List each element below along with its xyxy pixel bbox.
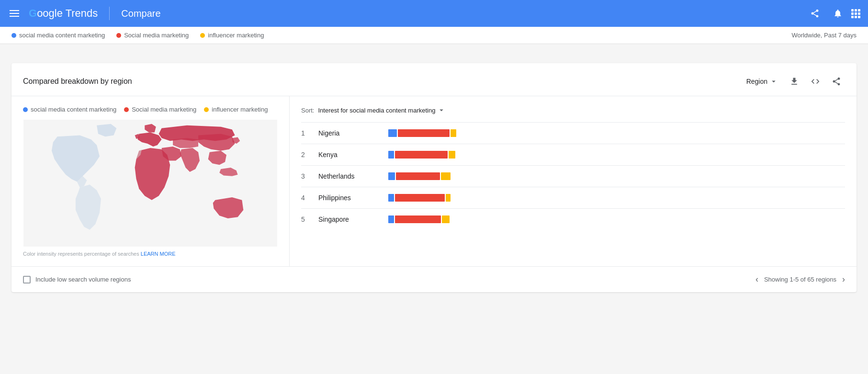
table-row: 3Netherlands bbox=[301, 165, 845, 187]
legend-bar: social media content marketing Social me… bbox=[0, 27, 868, 44]
rankings-container: 1Nigeria2Kenya3Netherlands4Philippines5S… bbox=[301, 122, 845, 230]
table-row: 4Philippines bbox=[301, 187, 845, 208]
showing-text: Showing 1-5 of 65 regions bbox=[764, 276, 836, 283]
scope-text: Worldwide, Past 7 days bbox=[791, 32, 857, 39]
bar-segment bbox=[396, 172, 440, 180]
map-dot-1 bbox=[23, 107, 28, 112]
card-actions: Region bbox=[743, 73, 845, 90]
map-area: social media content marketing Social me… bbox=[11, 96, 289, 266]
bar-segment bbox=[388, 215, 394, 223]
world-map bbox=[23, 121, 278, 245]
menu-icon[interactable] bbox=[8, 8, 21, 19]
grid-icon[interactable] bbox=[851, 9, 860, 18]
rank-number: 5 bbox=[301, 215, 311, 223]
legend-item-2: Social media marketing bbox=[116, 32, 189, 39]
page-title: Compare bbox=[121, 8, 160, 19]
bar-container bbox=[388, 151, 845, 159]
bar-segment bbox=[451, 129, 456, 137]
sort-selector[interactable]: Interest for social media content market… bbox=[318, 106, 446, 114]
card-body: social media content marketing Social me… bbox=[11, 96, 857, 266]
next-page-button[interactable]: › bbox=[842, 274, 845, 284]
table-row: 1Nigeria bbox=[301, 122, 845, 144]
bar-segment bbox=[388, 129, 397, 137]
map-legend-item-1: social media content marketing bbox=[23, 106, 116, 113]
pagination-info: ‹ Showing 1-5 of 65 regions › bbox=[755, 274, 845, 284]
top-spacer bbox=[0, 44, 868, 63]
learn-more-link[interactable]: LEARN MORE bbox=[141, 251, 176, 257]
sort-value: Interest for social media content market… bbox=[318, 107, 435, 114]
map-legend-row: social media content marketing Social me… bbox=[23, 106, 278, 113]
download-button[interactable] bbox=[786, 73, 803, 90]
map-legend-item-3: influencer marketing bbox=[204, 106, 268, 113]
map-legend-label-3: influencer marketing bbox=[212, 106, 268, 113]
sort-label: Sort: bbox=[301, 107, 314, 114]
sort-row: Sort: Interest for social media content … bbox=[301, 102, 845, 118]
bar-container bbox=[388, 172, 845, 180]
bar-segment bbox=[442, 215, 450, 223]
legend-dot-3 bbox=[200, 33, 205, 38]
header-actions bbox=[805, 4, 860, 23]
low-volume-label: Include low search volume regions bbox=[35, 276, 131, 283]
rank-number: 3 bbox=[301, 172, 311, 180]
bar-segment bbox=[398, 129, 450, 137]
legend-dot-2 bbox=[116, 33, 121, 38]
rank-country-name: Philippines bbox=[318, 194, 381, 202]
legend-label-3: influencer marketing bbox=[208, 32, 264, 39]
bar-segment bbox=[449, 151, 455, 159]
bar-segment bbox=[446, 194, 451, 202]
rank-country-name: Netherlands bbox=[318, 172, 381, 180]
bar-container bbox=[388, 194, 845, 202]
share-card-button[interactable] bbox=[828, 73, 845, 90]
bar-segment bbox=[388, 194, 394, 202]
legend-dot-1 bbox=[11, 33, 16, 38]
rank-country-name: Nigeria bbox=[318, 129, 381, 137]
card-header: Compared breakdown by region Region bbox=[11, 63, 857, 96]
map-legend-item-2: Social media marketing bbox=[124, 106, 196, 113]
logo-text: Google Trends bbox=[29, 7, 98, 20]
embed-button[interactable] bbox=[807, 73, 824, 90]
map-legend-label-1: social media content marketing bbox=[31, 106, 116, 113]
rank-number: 1 bbox=[301, 129, 311, 137]
legend-item-1: social media content marketing bbox=[11, 32, 105, 39]
bar-segment bbox=[441, 172, 451, 180]
rank-country-name: Singapore bbox=[318, 215, 381, 223]
app-header: Google Trends Compare bbox=[0, 0, 868, 27]
card-footer: Include low search volume regions ‹ Show… bbox=[11, 266, 857, 292]
app-logo: Google Trends bbox=[29, 7, 98, 20]
legend-label-2: Social media marketing bbox=[124, 32, 189, 39]
rank-number: 4 bbox=[301, 194, 311, 202]
breakdown-card: Compared breakdown by region Region bbox=[11, 63, 857, 292]
prev-page-button[interactable]: ‹ bbox=[755, 274, 758, 284]
bell-button[interactable] bbox=[828, 4, 847, 23]
card-title: Compared breakdown by region bbox=[23, 77, 132, 86]
table-row: 2Kenya bbox=[301, 144, 845, 165]
table-row: 5Singapore bbox=[301, 208, 845, 230]
map-legend-label-2: Social media marketing bbox=[132, 106, 196, 113]
map-dot-2 bbox=[124, 107, 129, 112]
map-dot-3 bbox=[204, 107, 209, 112]
bar-segment bbox=[395, 151, 448, 159]
region-selector[interactable]: Region bbox=[743, 74, 782, 89]
rank-country-name: Kenya bbox=[318, 151, 381, 159]
legend-item-3: influencer marketing bbox=[200, 32, 264, 39]
bar-segment bbox=[388, 151, 394, 159]
bar-container bbox=[388, 129, 845, 137]
bar-segment bbox=[395, 215, 441, 223]
bar-segment bbox=[388, 172, 395, 180]
header-divider bbox=[109, 7, 110, 20]
legend-label-1: social media content marketing bbox=[19, 32, 105, 39]
map-note: Color intensity represents percentage of… bbox=[23, 251, 278, 257]
rankings-area: Sort: Interest for social media content … bbox=[289, 96, 857, 266]
low-volume-row: Include low search volume regions bbox=[23, 276, 131, 283]
bar-segment bbox=[395, 194, 445, 202]
bar-container bbox=[388, 215, 845, 223]
main-content: Compared breakdown by region Region bbox=[0, 63, 868, 304]
region-label: Region bbox=[746, 78, 767, 85]
low-volume-checkbox[interactable] bbox=[23, 276, 31, 283]
rank-number: 2 bbox=[301, 151, 311, 159]
share-button[interactable] bbox=[805, 4, 824, 23]
